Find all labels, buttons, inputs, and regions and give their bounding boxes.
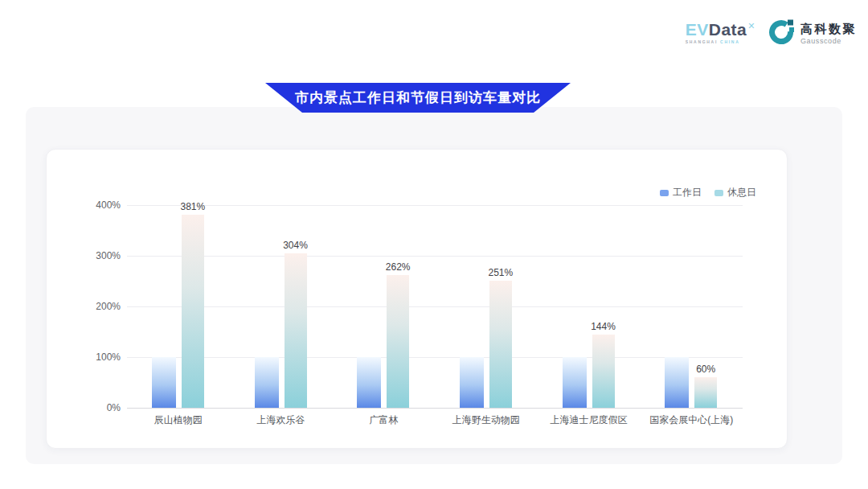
bar-restday-1 <box>285 253 307 408</box>
y-tick-label-400: 400% <box>96 199 121 211</box>
evdata-x-icon: ✕ <box>747 21 755 31</box>
x-category-label-0: 辰山植物园 <box>127 414 230 425</box>
x-category-label-1: 上海欢乐谷 <box>230 414 333 425</box>
gausscode-g-icon <box>768 18 796 50</box>
gausscode-en-name: Gausscode <box>800 38 857 45</box>
chart-plot: 381%304%262%251%144%60% <box>127 205 743 408</box>
legend-marker-icon <box>660 190 669 196</box>
legend-item-restday[interactable]: 休息日 <box>714 186 756 199</box>
bar-workday-1 <box>255 357 279 408</box>
gridline-400 <box>127 205 743 206</box>
bar-workday-3 <box>460 357 484 408</box>
data-label-restday-0: 381% <box>169 201 217 212</box>
x-category-label-4: 上海迪士尼度假区 <box>538 414 641 425</box>
y-tick-label-0: 0% <box>107 402 121 413</box>
y-tick-label-100: 100% <box>96 351 121 363</box>
evdata-wordmark: EVData✕ <box>686 21 755 38</box>
evdata-ev-text: EV <box>686 20 709 39</box>
page: EVData✕ SHANGHAI CHINA 高科数聚 Gausscode 市内… <box>0 0 868 489</box>
data-label-restday-1: 304% <box>272 240 320 251</box>
bar-restday-2 <box>387 275 409 408</box>
bar-workday-0 <box>152 357 176 408</box>
data-label-restday-4: 144% <box>579 321 628 332</box>
gridline-300 <box>127 256 743 257</box>
bar-workday-4 <box>563 357 587 408</box>
gausscode-cn-name: 高科数聚 <box>800 23 857 36</box>
gridline-100 <box>127 357 743 358</box>
legend-label: 工作日 <box>673 186 702 199</box>
gridline-200 <box>127 306 743 307</box>
evdata-subtitle: SHANGHAI CHINA <box>686 40 755 44</box>
legend-marker-icon <box>714 190 723 196</box>
bar-restday-3 <box>489 281 512 408</box>
evdata-subtitle-right: CHINA <box>720 39 739 44</box>
data-label-restday-3: 251% <box>477 267 525 278</box>
gausscode-text: 高科数聚 Gausscode <box>800 23 857 45</box>
gausscode-logo: 高科数聚 Gausscode <box>768 18 857 50</box>
chart-card: 工作日休息日 0%100%200%300%400% 381%304%262%25… <box>46 149 788 449</box>
data-label-restday-5: 60% <box>682 364 730 375</box>
y-axis-labels: 0%100%200%300%400% <box>47 150 121 448</box>
bar-restday-0 <box>182 215 204 408</box>
x-axis-labels: 辰山植物园上海欢乐谷广富林上海野生动物园上海迪士尼度假区国家会展中心(上海) <box>127 414 743 430</box>
chart-title-banner: 市内景点工作日和节假日到访车量对比 <box>265 83 571 113</box>
gridline-0 <box>127 408 743 409</box>
x-category-label-3: 上海野生动物园 <box>435 414 538 425</box>
legend-item-workday[interactable]: 工作日 <box>660 186 702 199</box>
page-title: 市内景点工作日和节假日到访车量对比 <box>295 88 541 107</box>
bar-workday-2 <box>357 357 381 408</box>
y-tick-label-300: 300% <box>96 250 121 261</box>
evdata-logo: EVData✕ SHANGHAI CHINA <box>686 18 755 44</box>
bar-restday-5 <box>694 377 717 408</box>
evdata-data-text: Data <box>709 20 747 39</box>
chart-panel: 工作日休息日 0%100%200%300%400% 381%304%262%25… <box>26 107 842 464</box>
y-tick-label-200: 200% <box>96 301 121 312</box>
legend-label: 休息日 <box>727 186 756 199</box>
evdata-subtitle-left: SHANGHAI <box>686 39 718 44</box>
data-label-restday-2: 262% <box>374 261 422 273</box>
x-category-label-5: 国家会展中心(上海) <box>640 414 743 425</box>
chart-legend: 工作日休息日 <box>660 186 756 199</box>
header-logos: EVData✕ SHANGHAI CHINA 高科数聚 Gausscode <box>686 18 857 50</box>
bar-restday-4 <box>592 335 615 408</box>
x-category-label-2: 广富林 <box>332 414 435 425</box>
